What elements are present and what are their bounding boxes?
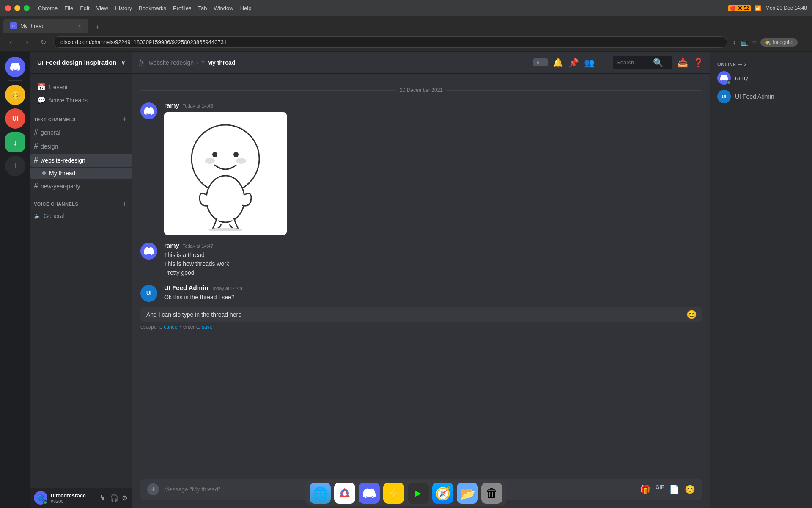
- main-content: # website-redesign › # My thread # 1 🔔 📌…: [132, 52, 710, 508]
- tab-title: My thread: [20, 23, 45, 29]
- dock-safari-icon[interactable]: 🧭: [432, 483, 453, 504]
- add-server-button[interactable]: +: [5, 156, 25, 176]
- server-icon-red[interactable]: UI: [5, 108, 25, 129]
- parent-channel-link[interactable]: website-redesign: [149, 59, 194, 66]
- channel-new-year-party[interactable]: # new-year-party: [30, 179, 132, 193]
- menu-app[interactable]: Chrome: [38, 5, 58, 11]
- server-name-bar[interactable]: UI Feed design inspiration ∨: [30, 52, 132, 74]
- mute-microphone-icon[interactable]: 🎙: [99, 493, 107, 503]
- members-icon[interactable]: 👥: [584, 58, 595, 68]
- server-chevron-icon: ∨: [121, 59, 125, 66]
- header-search-bar[interactable]: 🔍: [613, 56, 672, 69]
- battery-indicator: 🔴 00:52: [728, 5, 751, 11]
- edit-message-input[interactable]: [146, 311, 683, 318]
- edit-hint: escape to cancel • enter to save: [140, 324, 702, 330]
- add-channel-button[interactable]: +: [120, 115, 129, 124]
- inbox-messages-icon[interactable]: 📥: [678, 58, 688, 68]
- menu-edit[interactable]: Edit: [80, 5, 89, 11]
- gif-button[interactable]: GIF: [656, 484, 664, 494]
- search-icon[interactable]: 🔍: [653, 58, 664, 68]
- dock-trash-icon[interactable]: 🗑: [481, 483, 502, 504]
- edit-emoji-button[interactable]: 😊: [686, 309, 697, 320]
- online-status-dot: [43, 500, 47, 505]
- menu-view[interactable]: View: [96, 5, 108, 11]
- fullscreen-traffic-light[interactable]: [24, 5, 30, 11]
- channel-voice-general[interactable]: 🔈 General: [30, 210, 132, 221]
- channel-name: new-year-party: [41, 183, 80, 190]
- back-button[interactable]: ‹: [5, 36, 17, 48]
- menu-profiles[interactable]: Profiles: [173, 5, 191, 11]
- date-divider: 20 December 2021: [132, 80, 710, 100]
- close-traffic-light[interactable]: [5, 5, 11, 11]
- channel-website-redesign[interactable]: # website-redesign: [30, 154, 132, 167]
- menu-bookmarks[interactable]: Bookmarks: [139, 5, 166, 11]
- sticker-icon[interactable]: 📄: [669, 484, 680, 494]
- menu-help[interactable]: Help: [240, 5, 252, 11]
- notification-bell-icon[interactable]: 🔔: [553, 58, 563, 68]
- voice-channels-label: VOICE CHANNELS: [34, 202, 78, 207]
- member-item[interactable]: UI UI Feed Admin: [714, 87, 809, 106]
- emoji-picker-icon[interactable]: 😊: [685, 484, 695, 494]
- server-icon-yellow[interactable]: 😊: [5, 85, 25, 105]
- refresh-button[interactable]: ↻: [37, 36, 49, 48]
- channel-general[interactable]: # general: [30, 126, 132, 139]
- cast-icon[interactable]: 📺: [741, 39, 748, 46]
- tab-favicon: D: [10, 22, 17, 29]
- url-bar[interactable]: discord.com/channels/922491180309159986/…: [53, 36, 727, 48]
- address-bar: ‹ › ↻ discord.com/channels/9224911803091…: [0, 33, 812, 52]
- chrome-menu: Chrome File Edit View History Bookmarks …: [38, 5, 251, 11]
- server-icon-green[interactable]: ↓: [5, 132, 25, 152]
- edit-cancel-link[interactable]: cancel: [164, 324, 178, 330]
- dock-discord-icon[interactable]: [359, 483, 380, 504]
- online-members-header: ONLINE — 2: [714, 58, 809, 69]
- message-author: ramy: [164, 102, 179, 109]
- user-settings-icon[interactable]: ⚙: [121, 493, 129, 503]
- sidebar-event-label: 1 event: [48, 84, 68, 91]
- traffic-lights: [5, 5, 30, 11]
- pin-icon[interactable]: 📌: [568, 58, 579, 68]
- chrome-menu-dots[interactable]: ⋮: [801, 39, 807, 46]
- message-timestamp: Today at 14:46: [183, 103, 213, 108]
- channel-design[interactable]: # design: [30, 140, 132, 153]
- dock-chrome-icon[interactable]: [334, 483, 355, 504]
- mic-icon[interactable]: 🎙: [732, 39, 738, 46]
- thread-count-hash-icon: #: [537, 59, 540, 66]
- sidebar-item-event[interactable]: 📅 1 event: [34, 80, 129, 94]
- menu-tab[interactable]: Tab: [198, 5, 207, 11]
- edit-box[interactable]: 😊: [140, 307, 702, 322]
- add-voice-channel-button[interactable]: +: [120, 200, 129, 208]
- new-tab-button[interactable]: +: [91, 21, 103, 33]
- help-icon[interactable]: ❓: [693, 58, 704, 68]
- messages-area[interactable]: 20 December 2021 ramy Today at 14:46: [132, 74, 710, 479]
- discord-home-icon[interactable]: [5, 57, 25, 77]
- gift-icon[interactable]: 🎁: [640, 484, 650, 494]
- search-input[interactable]: [617, 59, 650, 66]
- menu-history[interactable]: History: [115, 5, 132, 11]
- minimize-traffic-light[interactable]: [14, 5, 20, 11]
- sidebar-item-threads[interactable]: 💬 Active Threads: [34, 94, 129, 107]
- dock-bolt-icon[interactable]: ⚡: [383, 483, 404, 504]
- deafen-headset-icon[interactable]: 🎧: [109, 493, 119, 503]
- dock-finder-icon[interactable]: 🌐: [310, 483, 331, 504]
- channel-path: website-redesign › # My thread: [149, 59, 235, 66]
- menu-file[interactable]: File: [64, 5, 73, 11]
- channel-hash-icon: #: [139, 57, 144, 68]
- tab-close-button[interactable]: ×: [78, 22, 81, 29]
- thread-count-badge[interactable]: # 1: [533, 58, 548, 66]
- message-header: UI Feed Admin Today at 14:48: [164, 284, 702, 291]
- star-icon[interactable]: ☆: [752, 39, 757, 46]
- titlebar: Chrome File Edit View History Bookmarks …: [0, 0, 812, 16]
- active-tab[interactable]: D My thread ×: [3, 19, 88, 33]
- member-item[interactable]: ramy: [714, 69, 809, 87]
- channel-name: general: [41, 129, 60, 136]
- menu-window[interactable]: Window: [214, 5, 233, 11]
- edit-save-link[interactable]: save: [202, 324, 212, 330]
- inbox-icon[interactable]: ⋯: [600, 58, 608, 68]
- forward-button[interactable]: ›: [21, 36, 33, 48]
- message-text: Ok this is the thread I see?: [164, 293, 702, 302]
- thread-my-thread[interactable]: My thread: [30, 168, 132, 179]
- channel-name: website-redesign: [41, 157, 85, 164]
- dock-terminal-icon[interactable]: ▶: [408, 483, 429, 504]
- attach-file-button[interactable]: +: [147, 483, 159, 495]
- dock-folder-icon[interactable]: 📂: [457, 483, 478, 504]
